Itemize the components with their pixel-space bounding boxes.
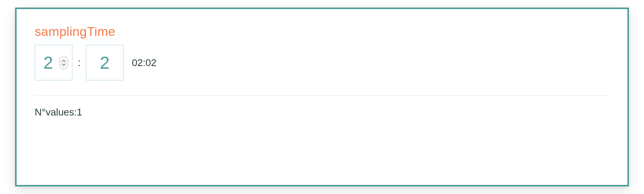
hours-input[interactable]: 2 — [35, 45, 72, 80]
time-display: 02:02 — [132, 57, 156, 69]
minutes-value: 2 — [100, 54, 110, 71]
hours-stepper[interactable] — [59, 56, 68, 69]
chevron-up-icon[interactable] — [62, 59, 66, 63]
time-separator: : — [77, 57, 81, 69]
values-label: N°values: — [35, 106, 77, 118]
values-number: 1 — [77, 106, 82, 118]
divider — [35, 95, 609, 96]
sampling-time-card: samplingTime 2 : 2 02:02 N°values:1 — [15, 8, 629, 186]
values-count: N°values:1 — [35, 106, 609, 118]
minutes-input[interactable]: 2 — [86, 45, 124, 80]
time-input-row: 2 : 2 02:02 — [35, 45, 609, 80]
hours-value: 2 — [43, 54, 53, 71]
card-title: samplingTime — [35, 24, 609, 39]
chevron-down-icon[interactable] — [62, 63, 66, 66]
